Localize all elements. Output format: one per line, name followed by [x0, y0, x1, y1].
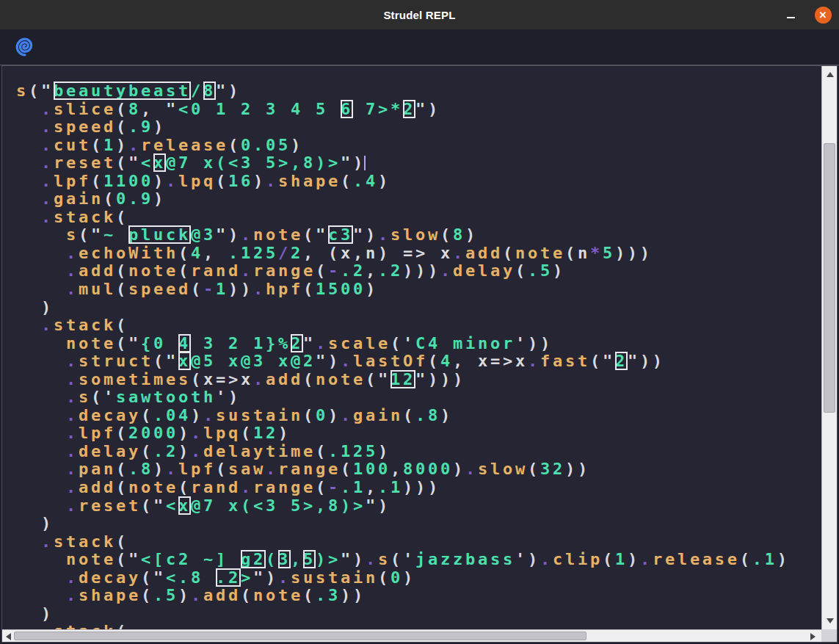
code-token: lpf [178, 460, 216, 478]
code-token: .1 [341, 478, 366, 496]
code-token: ( [391, 334, 403, 352]
code-token: ))) [403, 261, 440, 280]
code-token: ( [91, 136, 103, 154]
scroll-down-arrow-icon[interactable] [827, 618, 834, 623]
code-token: , [391, 460, 403, 478]
horizontal-scrollbar[interactable] [2, 629, 821, 642]
code-token [16, 496, 66, 515]
code-token: .125 [328, 442, 378, 460]
code-token: ( [565, 244, 578, 262]
code-token: . [41, 532, 54, 551]
code-token: x=>x [478, 352, 528, 370]
code-token [16, 460, 66, 478]
code-token: " [91, 225, 103, 244]
code-token [16, 568, 66, 587]
code-token: 0.9 [116, 189, 153, 208]
highlighted-token: 3 [278, 550, 291, 568]
scroll-up-arrow-icon[interactable] [827, 72, 834, 77]
code-token: ( [141, 568, 153, 587]
code-token: 2 [291, 244, 303, 262]
code-token: cut [54, 136, 91, 154]
code-token: ) [178, 586, 191, 604]
code-token: ( [153, 352, 166, 370]
highlighted-token: 5 [303, 550, 316, 568]
code-token: ( [216, 172, 228, 190]
code-token: note [253, 225, 303, 244]
strudel-logo-icon[interactable] [15, 37, 35, 57]
code-token: shape [79, 586, 141, 604]
code-token: add [203, 586, 241, 604]
code-token: 16 [228, 172, 253, 190]
code-token: ( [116, 550, 128, 568]
code-token: note [316, 370, 366, 388]
code-token: s [378, 550, 391, 568]
code-token: / [191, 82, 203, 100]
code-token: .1 [378, 478, 403, 496]
code-token: . [266, 172, 278, 190]
code-token: lpf [54, 172, 91, 190]
code-token: @5 x@3 x@2 [191, 352, 316, 370]
code-token [16, 514, 41, 532]
code-token: 0.05 [241, 136, 291, 154]
code-token: ( [603, 550, 615, 568]
highlighted-token: .2 [216, 568, 241, 587]
code-token: pan [79, 460, 116, 478]
editor-frame: s("beautybeast/8") .slice(8, "<0 1 2 3 4… [1, 65, 838, 643]
scroll-right-arrow-icon[interactable] [810, 633, 816, 640]
code-token: ) [153, 117, 166, 136]
code-token: ) [228, 388, 241, 406]
code-token: (x,n) => x [328, 244, 453, 262]
code-token: {0 [141, 334, 178, 352]
vertical-scrollbar[interactable] [821, 66, 837, 629]
code-token: . [66, 352, 79, 370]
code-line: .gain(0.9) [16, 190, 821, 209]
minimize-button[interactable] [780, 6, 801, 23]
close-button[interactable]: ✕ [814, 6, 832, 23]
code-token: . [241, 225, 253, 244]
code-token: x=>x [203, 370, 253, 388]
code-token: ( [303, 370, 316, 388]
code-token [16, 352, 66, 370]
code-token: ( [241, 424, 253, 442]
code-token: )> [316, 550, 341, 568]
code-token: clip [553, 550, 603, 568]
highlighted-token: x [178, 352, 191, 370]
code-token: 1100 [103, 172, 153, 190]
code-token: . [66, 280, 79, 298]
highlighted-token: 2 [615, 352, 628, 370]
code-token: @7 x(<3 5>,8)> [191, 496, 366, 515]
code-area[interactable]: s("beautybeast/8") .slice(8, "<0 1 2 3 4… [2, 66, 821, 629]
code-token: 0 [316, 406, 328, 424]
code-token: ( [440, 225, 453, 244]
code-line: .add(note(rand.range(-.1,.1))) [16, 479, 821, 497]
strudel-repl-window: Strudel REPL ✕ s("beautybeast/8") .slice… [0, 0, 839, 644]
code-token: ( [79, 225, 91, 244]
code-token: . [66, 424, 79, 442]
code-token: " [41, 82, 54, 100]
highlighted-token: 2 [403, 100, 415, 118]
code-token: " [128, 153, 141, 172]
code-token: ( [391, 550, 403, 568]
horizontal-scroll-thumb[interactable] [14, 632, 586, 640]
window-titlebar[interactable]: Strudel REPL ✕ [0, 0, 839, 30]
scroll-left-arrow-icon[interactable] [6, 633, 11, 640]
code-token: . [278, 568, 291, 587]
code-token: ( [116, 460, 128, 478]
code-token: , [141, 100, 166, 118]
code-token: ( [366, 370, 378, 388]
code-token: ) [41, 298, 54, 316]
code-token [16, 586, 66, 604]
code-token: 32 [540, 460, 565, 478]
vertical-scroll-thumb[interactable] [824, 143, 835, 413]
code-token: range [253, 261, 316, 280]
code-token: s [79, 388, 91, 406]
highlighted-token: g2 [241, 550, 266, 568]
code-token: . [41, 153, 54, 172]
code-token: scale [328, 334, 391, 352]
code-token: .04 [153, 406, 191, 424]
code-token: . [66, 244, 79, 262]
code-token: .2 [153, 442, 178, 460]
highlighted-token: c3 [328, 225, 353, 244]
scrollbar-corner [821, 629, 837, 642]
code-token: . [41, 622, 54, 629]
